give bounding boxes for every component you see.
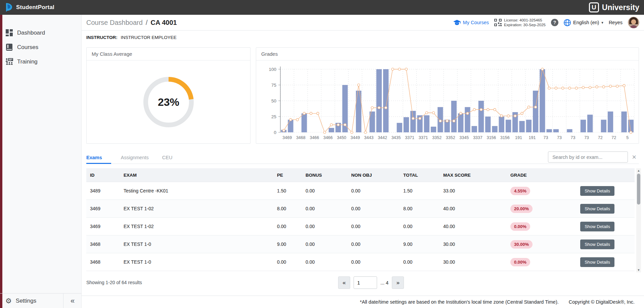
cell-grade: 0.00%	[507, 258, 563, 266]
university-brand: U University	[589, 2, 639, 12]
cell-grade: 20.00%	[507, 205, 563, 213]
cell-non-obj: 0.00	[348, 224, 400, 229]
cell-actions: Show Details	[563, 222, 635, 231]
show-details-button[interactable]: Show Details	[580, 222, 614, 231]
tab-assignments[interactable]: Assignments	[116, 151, 157, 164]
svg-text:75: 75	[271, 83, 276, 88]
previous-page-button[interactable]: «	[338, 276, 350, 289]
sidebar-bottom-bar: ⚙ Settings «	[0, 293, 82, 308]
user-name: Reyes	[609, 20, 623, 25]
my-courses-link[interactable]: My Courses	[453, 20, 489, 26]
table-row: 3468EX TEST 1-00.000.000.000.0030.000.00…	[86, 253, 635, 271]
table-body: 3489Testing Centre -KK011.500.000.001.50…	[86, 182, 635, 271]
sidebar-item-settings[interactable]: ⚙ Settings	[0, 294, 63, 308]
cell-non-obj: 0.00	[348, 188, 400, 193]
instructor-row: INSTRUCTOR: INSTRUCTOR EMPLOYEE	[86, 35, 177, 40]
cell-id: 3469	[86, 224, 120, 229]
globe-icon	[564, 19, 571, 26]
tab-ceu[interactable]: CEU	[157, 151, 181, 164]
show-details-button[interactable]: Show Details	[580, 204, 614, 214]
svg-text:3156: 3156	[487, 135, 496, 140]
svg-text:3345: 3345	[459, 135, 469, 140]
cell-grade: 0.00%	[507, 222, 563, 231]
svg-text:3156: 3156	[500, 135, 510, 140]
column-header-pe: PE	[273, 173, 302, 178]
breadcrumb-course-dashboard[interactable]: Course Dashboard	[86, 19, 143, 27]
table-header-row: IDEXAMPEBONUSNON OBJTOTALMAX SCOREGRADE	[86, 168, 635, 182]
results-summary: Showing 1-20 of 64 results	[86, 280, 142, 285]
sidebar-item-training[interactable]: Training	[0, 54, 82, 69]
svg-text:73: 73	[571, 135, 576, 140]
studentportal-logo-icon	[5, 3, 13, 12]
cell-pe: 0.00	[273, 224, 302, 229]
show-details-button[interactable]: Show Details	[580, 186, 614, 196]
grades-chart: 0255075100346934683466346634503449344334…	[256, 60, 639, 143]
table-row: 3489Testing Centre -KK011.500.000.001.50…	[86, 182, 635, 200]
cell-non-obj: 0.00	[348, 259, 400, 265]
cell-grade: 30.00%	[507, 240, 563, 249]
language-selector[interactable]: English (en) ▾	[564, 19, 603, 26]
page-count-label: ... 4	[380, 280, 388, 285]
table-scrollbar[interactable]: ▲ ▼	[636, 168, 641, 272]
cell-max-score: 40.00	[440, 224, 507, 229]
scroll-down-icon[interactable]: ▼	[636, 268, 641, 272]
breadcrumb: Course Dashboard / CA 4001	[86, 19, 177, 27]
grade-badge: 0.00%	[510, 222, 530, 231]
university-logo-icon: U	[589, 2, 599, 12]
sidebar-collapse-button[interactable]: «	[63, 294, 82, 308]
exams-table: IDEXAMPEBONUSNON OBJTOTALMAX SCOREGRADE …	[86, 168, 635, 271]
svg-text:0: 0	[274, 130, 276, 135]
breadcrumb-course-code: CA 4001	[150, 19, 177, 27]
svg-text:3469: 3469	[282, 135, 292, 140]
scrollbar-thumb[interactable]	[637, 174, 640, 205]
page-number-input[interactable]	[354, 276, 377, 289]
show-details-button[interactable]: Show Details	[580, 239, 614, 249]
instructor-value: INSTRUCTOR EMPLOYEE	[121, 35, 177, 40]
svg-text:50: 50	[271, 98, 276, 103]
svg-text:72: 72	[598, 135, 603, 140]
sidebar: Dashboard Courses	[0, 15, 82, 308]
cell-non-obj: 0.00	[348, 241, 400, 247]
cell-exam: EX TEST 1-02	[120, 206, 273, 211]
grade-badge: 20.00%	[510, 205, 533, 213]
cell-max-score: 40.00	[440, 206, 507, 211]
svg-text:73: 73	[544, 135, 548, 140]
class-average-percent: 23%	[157, 96, 179, 108]
cell-bonus: 0.00	[302, 224, 348, 229]
cell-id: 3469	[86, 206, 120, 211]
cell-total: 0.00	[400, 259, 440, 265]
column-header-id: ID	[86, 173, 120, 178]
svg-text:5: 5	[626, 135, 629, 140]
search-input[interactable]	[548, 151, 628, 163]
book-icon	[5, 43, 13, 51]
table-row: 3469EX TEST 1-028.000.000.008.0040.0020.…	[86, 200, 635, 218]
svg-text:191: 191	[515, 135, 522, 140]
cell-total: 9.00	[400, 241, 440, 247]
app-brand[interactable]: StudentPortal	[5, 3, 54, 12]
clear-search-icon[interactable]: ×	[632, 153, 636, 161]
show-details-button[interactable]: Show Details	[580, 257, 614, 267]
cell-exam: EX TEST 1-0	[120, 241, 273, 247]
help-button[interactable]: ?	[551, 19, 558, 26]
grade-badge: 30.00%	[510, 240, 533, 249]
next-page-button[interactable]: »	[392, 276, 404, 289]
cell-max-score: 33.00	[440, 188, 507, 193]
cell-non-obj: 0.00	[348, 206, 400, 211]
user-avatar[interactable]	[628, 17, 639, 28]
cell-bonus: 0.00	[302, 188, 348, 193]
cell-actions: Show Details	[563, 257, 635, 267]
training-icon	[5, 58, 13, 65]
scroll-up-icon[interactable]: ▲	[636, 168, 641, 173]
svg-text:191: 191	[529, 135, 536, 140]
sidebar-item-courses[interactable]: Courses	[0, 40, 82, 54]
license-number: License: 4001-325465	[504, 18, 546, 23]
class-average-card: My Class Average 23%	[86, 47, 250, 144]
language-label: English (en)	[573, 20, 599, 25]
cell-exam: EX TEST 1-0	[120, 259, 273, 265]
tab-exams[interactable]: Exams	[86, 151, 116, 164]
sidebar-item-dashboard[interactable]: Dashboard	[0, 26, 82, 40]
svg-text:3450: 3450	[337, 135, 347, 140]
tabs: ExamsAssignmentsCEU	[86, 151, 180, 164]
svg-text:3371: 3371	[405, 135, 414, 140]
column-header-non-obj: NON OBJ	[348, 173, 400, 178]
